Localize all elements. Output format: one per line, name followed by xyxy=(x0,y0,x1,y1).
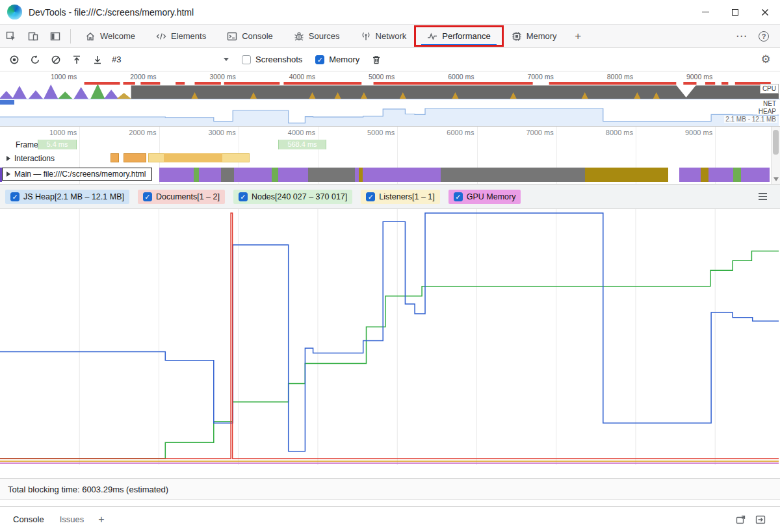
ruler-label: 3000 ms xyxy=(208,129,238,136)
interactions-track[interactable]: Interactions xyxy=(0,151,771,166)
dock-side-button[interactable] xyxy=(44,25,66,48)
screenshots-checkbox[interactable] xyxy=(242,55,251,64)
capture-settings-button[interactable]: ⚙ xyxy=(755,49,776,70)
flame-segment[interactable] xyxy=(234,168,272,182)
sources-icon xyxy=(294,31,304,42)
ruler-label: 6000 ms xyxy=(447,129,476,136)
counter-checkbox[interactable]: ✓ xyxy=(239,192,248,201)
flame-segment[interactable] xyxy=(278,168,308,182)
memory-checkbox[interactable]: ✓ xyxy=(315,55,324,64)
tab-memory[interactable]: Memory xyxy=(503,25,566,48)
flame-segment[interactable] xyxy=(363,168,441,182)
interactions-track-label[interactable]: Interactions xyxy=(6,154,55,163)
tab-console[interactable]: Console xyxy=(218,25,281,48)
hamburger-menu-icon[interactable] xyxy=(759,193,767,200)
flame-segment[interactable] xyxy=(733,168,741,182)
tab-sources[interactable]: Sources xyxy=(285,25,348,48)
add-tab-button[interactable]: + xyxy=(567,25,590,48)
heap-overview-track[interactable] xyxy=(0,107,780,126)
counter-listeners[interactable]: ✓ Listeners[1 – 1] xyxy=(361,190,439,204)
flame-segment[interactable] xyxy=(194,168,199,182)
flame-segment[interactable] xyxy=(585,168,668,182)
net-overview-track[interactable] xyxy=(0,99,780,107)
expand-drawer-button[interactable] xyxy=(755,514,766,525)
frame-duration-chip[interactable]: 5.4 ms xyxy=(38,140,77,149)
counter-documents[interactable]: ✓ Documents[1 – 2] xyxy=(138,190,225,204)
drawer-tab-issues[interactable]: Issues xyxy=(52,507,92,532)
device-emulation-button[interactable] xyxy=(22,25,44,48)
timeline-overview[interactable]: 1000 ms2000 ms3000 ms4000 ms5000 ms6000 … xyxy=(0,71,780,127)
ruler-label: 9000 ms xyxy=(685,129,715,136)
counter-checkbox[interactable]: ✓ xyxy=(366,192,375,201)
elements-icon xyxy=(156,31,166,42)
tabbar-right-controls: ⋯ ? xyxy=(731,25,780,48)
counter-checkbox[interactable]: ✓ xyxy=(454,192,463,201)
ruler-label: 1000 ms xyxy=(51,73,79,81)
heap-track-label: HEAP xyxy=(757,108,777,115)
save-profile-button[interactable] xyxy=(87,49,108,70)
ruler-label: 8000 ms xyxy=(606,129,636,136)
main-track-label[interactable]: Main — file:///C:/screens/memory.html xyxy=(2,168,152,181)
close-button[interactable] xyxy=(750,0,780,24)
console-icon xyxy=(227,31,237,42)
devtools-tab-bar: Welcome Elements Console Sources Network… xyxy=(0,25,780,48)
load-profile-button[interactable] xyxy=(66,49,87,70)
tab-performance[interactable]: Performance xyxy=(419,25,499,48)
frame-duration-chip[interactable]: 568.4 ms xyxy=(278,140,326,149)
ruler-label: 2000 ms xyxy=(130,73,159,81)
flame-segment[interactable] xyxy=(741,168,770,182)
counter-checkbox[interactable]: ✓ xyxy=(143,192,152,201)
flame-segment[interactable] xyxy=(701,168,708,182)
net-track-label: NET xyxy=(762,100,777,107)
tracks-scrollbar[interactable] xyxy=(771,127,780,184)
save-profile-icon xyxy=(92,55,103,65)
memory-toggle[interactable]: ✓ Memory xyxy=(315,55,359,64)
screenshots-toggle[interactable]: Screenshots xyxy=(242,55,302,64)
more-options-button[interactable]: ⋯ xyxy=(731,25,753,48)
plus-icon: + xyxy=(98,514,104,525)
ruler-label: 1000 ms xyxy=(49,129,79,136)
frames-track[interactable]: Frames 5.4 ms568.4 ms xyxy=(0,138,771,151)
flame-segment[interactable] xyxy=(221,168,234,182)
main-thread-track[interactable]: Main — file:///C:/screens/memory.html xyxy=(0,166,771,184)
drawer-tab-console[interactable]: Console xyxy=(5,507,52,532)
flame-segment[interactable] xyxy=(679,168,701,182)
ruler-label: 4000 ms xyxy=(288,129,318,136)
memory-icon xyxy=(512,31,522,42)
tracks-time-ruler: 1000 ms2000 ms3000 ms4000 ms5000 ms6000 … xyxy=(0,127,771,138)
record-button[interactable] xyxy=(4,49,25,70)
minimize-button[interactable] xyxy=(690,0,720,24)
memory-counters-chart[interactable] xyxy=(0,209,780,466)
interaction-bar[interactable] xyxy=(110,153,119,162)
flame-segment[interactable] xyxy=(272,168,278,182)
counters-line-chart xyxy=(0,209,779,465)
flame-segment[interactable] xyxy=(199,168,221,182)
performance-icon xyxy=(427,31,437,42)
drawer-add-tab-button[interactable]: + xyxy=(92,514,110,526)
undock-drawer-button[interactable] xyxy=(736,514,746,525)
delete-recording-button[interactable] xyxy=(366,49,387,70)
tab-network[interactable]: Network xyxy=(352,25,415,48)
scrollbar-thumb[interactable] xyxy=(773,130,779,155)
clear-button[interactable] xyxy=(46,49,66,70)
recording-select[interactable]: #3 xyxy=(112,55,235,64)
counter-checkbox[interactable]: ✓ xyxy=(10,192,20,201)
flame-segment[interactable] xyxy=(308,168,355,182)
tab-welcome[interactable]: Welcome xyxy=(77,25,144,48)
flame-segment[interactable] xyxy=(159,168,194,182)
maximize-button[interactable] xyxy=(720,0,750,24)
reload-and-record-button[interactable] xyxy=(25,49,46,70)
counter-js-heap[interactable]: ✓ JS Heap[2.1 MB – 12.1 MB] xyxy=(5,190,129,204)
flame-segment[interactable] xyxy=(441,168,585,182)
tab-label: Memory xyxy=(526,31,557,41)
interaction-bar[interactable] xyxy=(124,153,146,162)
tab-elements[interactable]: Elements xyxy=(148,25,214,48)
flame-segment[interactable] xyxy=(708,168,733,182)
counter-gpu-memory[interactable]: ✓ GPU Memory xyxy=(448,190,521,204)
counter-nodes[interactable]: ✓ Nodes[240 027 – 370 017] xyxy=(233,190,352,204)
cpu-overview-track[interactable] xyxy=(0,82,780,99)
help-button[interactable]: ? xyxy=(753,25,775,48)
inspect-element-button[interactable] xyxy=(0,25,22,48)
window-title: DevTools - file:///C:/screens/memory.htm… xyxy=(29,7,194,18)
scroll-down-icon[interactable] xyxy=(774,177,779,181)
